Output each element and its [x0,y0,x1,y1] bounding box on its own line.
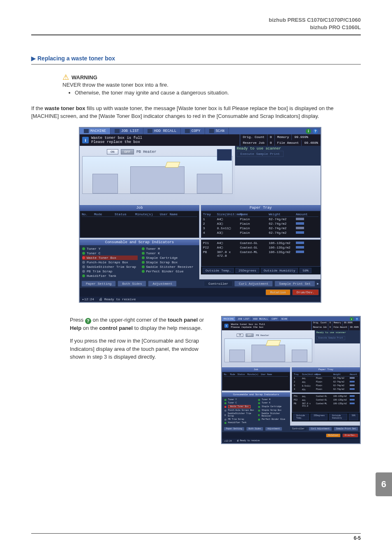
file-value: 99.408% [301,140,321,146]
consumable-indicator-toner-y: Toner Y [224,398,254,401]
warning-bullet-1: Otherwise, the toner may ignite and caus… [75,90,361,96]
thumb-both-sides[interactable]: Both Sides [246,427,263,431]
consumable-indicator-staple-cartridge: Staple Cartridge [258,405,288,409]
thumb-tab-machine[interactable]: MACHINE [222,317,236,321]
machine-icon [84,129,89,133]
consumable-indicator-punch-hole-scraps-box: Punch-Hole Scraps Box [82,260,138,265]
help-icon-inline: ? [85,318,91,324]
consumable-indicator-pb-trim-scrap: PB Trim Scrap [224,418,254,421]
temp-value: 25Degrees [235,268,259,273]
sample-print-set-button[interactable]: Sample Print Set [274,281,315,287]
body-paragraph: If the waste toner box fills up with was… [31,105,361,120]
consumable-indicator-staple-scrap-box: Staple Scrap Box [258,409,288,412]
pi-tray-row[interactable]: PI2A4▢Coated-GL106-135g/m2 [294,398,358,402]
joblist-icon [115,129,120,133]
pi-tray-row[interactable]: PI1A4▢Coated-GL106-135g/m2 [203,241,318,245]
thumb-rotation[interactable]: Rotation [326,433,341,438]
thumb-message-info-icon: i [224,324,228,328]
thumb-drum-dev[interactable]: Drum/Dev. [342,433,358,438]
paper-tray-row[interactable]: 2A3▢Plain62-74g/m2 [294,380,358,384]
next-arrow-icon[interactable]: ▶ [317,282,319,286]
papertray-header: Paper Tray [201,205,321,211]
tab-joblist[interactable]: JOB LIST [111,128,143,134]
paper-setting-button[interactable]: Paper Setting [81,281,116,287]
thumb-tab-joblist[interactable]: JOB LIST [236,317,251,321]
thumb-help-icon[interactable]: ? [355,317,359,321]
paper-tray-row[interactable]: 4A3▢Plain62-74g/m2 [203,230,318,235]
warning-label: WARNING [71,74,97,81]
drum-dev-button[interactable]: Drum/Dev. [292,289,319,295]
chapter-tab: 6 [376,472,392,496]
consumable-indicator-waste-toner-box[interactable]: Waste Toner Box [82,256,138,260]
consumable-indicator-saddle-stitcher-receiver: Saddle Stitcher Receiver [142,265,197,269]
paper-tray-row[interactable]: 38.5x11▢Plain62-74g/m2 [294,384,358,388]
temp-label: Outside Temp. [203,268,234,273]
paper-tray-row[interactable]: 2A3▢Plain62-74g/m2 [203,221,318,226]
pi-tray-row[interactable]: PB307.0 x 472.0Coated-ML106-135g/m2 [294,402,358,408]
consumable-indicator-humidifier-tank: Humidifier Tank [82,274,138,278]
consumable-indicators: Toner YToner MToner CToner KWaste Toner … [80,245,199,279]
memory-label: Memory [274,134,292,140]
paper-tray-row[interactable]: 4A3▢Plain62-74g/m2 [294,388,358,391]
consumable-indicator-toner-c: Toner C [224,401,254,405]
thumb-execute-sample[interactable]: Execute Sample Print [316,336,345,340]
heater-off-button[interactable]: OFF [121,149,134,154]
info-icon[interactable]: i [306,129,311,134]
tab-hddrecall[interactable]: HDD RECALL [143,128,181,134]
paper-tray-row[interactable]: 1A4▢Plain62-74g/m2 [203,217,318,221]
thumb-tab-hddrecall[interactable]: HDD RECALL [251,317,270,321]
rotation-button[interactable]: Rotation [265,289,290,295]
curl-adjustment-button[interactable]: Curl Adjustment [234,281,273,287]
thumb-heater-on[interactable]: ON [237,334,243,337]
section-title: ▶Replacing a waste toner box [31,55,361,64]
thumb-curl-adj[interactable]: Curl Adjustment [309,427,332,431]
paper-tray-row[interactable]: 1A4▢Plain62-74g/m2 [294,377,358,380]
paper-tray-table: TraySize(Unit:mm)NameWeightAmount1A4▢Pla… [201,211,321,238]
thumb-paper-setting[interactable]: Paper Setting [224,427,244,431]
consumable-indicator-staple-scrap-box: Staple Scrap Box [142,260,197,265]
thumb-adjustment[interactable]: Adjustment [265,427,282,431]
tab-copy[interactable]: COPY [181,128,205,134]
help-icon[interactable]: ? [313,129,318,134]
consumable-indicator-punch-hole-scraps-box: Punch-Hole Scraps Box [224,409,254,412]
hdd-icon [148,129,152,133]
finisher-icon [217,149,232,161]
warning-triangle-icon: ⚠ [62,74,69,81]
pi-tray-row[interactable]: PI2A4▢Coated-GL106-135g/m2 [203,245,318,250]
model-line-1: bizhub PRESS C1070/C1070P/C1060 [31,16,361,24]
thumb-printer-illustration [224,339,312,362]
pi-tray-row[interactable]: PI1A4▢Coated-GL106-135g/m2 [294,395,358,398]
heater-on-button[interactable]: ON [107,149,118,154]
reserve-value: 0 [267,140,274,146]
job-header: Job [80,205,199,211]
thumb-job-table: No. Mode Status Minute(s) User Name [222,372,290,391]
heater-label: PB Heater [136,150,157,154]
pi-tray-table: PI1A4▢Coated-GL106-135g/m2PI2A4▢Coated-G… [201,240,321,267]
execute-sample-print-button[interactable]: Execute Sample Print [237,151,284,157]
consumable-indicator-toner-c: Toner C [82,251,138,256]
consumable-indicator-saddlestitcher-trim-scrap: SaddleStitcher Trim Scrap [82,265,138,269]
orig-count-label: Orig. Count [240,134,267,140]
thumb-controller[interactable]: Controller [290,427,307,431]
thumb-tab-copy[interactable]: COPY [270,317,279,321]
controller-button[interactable]: Controller [204,281,233,287]
thumb-sample-print[interactable]: Sample Print Set [334,427,358,431]
thumb-info-icon[interactable]: i [350,317,353,321]
thumb-consumable-indicators: Toner YToner MToner CToner KWaste Toner … [222,397,290,426]
tab-machine[interactable]: MACHINE [80,128,111,134]
consumable-indicator-saddle-stitcher-receiver: Saddle Stitcher Receiver [258,412,288,418]
consumable-indicator-pb-trim-scrap: PB Trim Scrap [82,269,138,274]
thumb-error-message: Waste toner box is full Please replace t… [231,323,265,329]
tab-scan[interactable]: SCAN [205,128,229,134]
paper-tray-row[interactable]: 38.5x11▢Plain62-74g/m2 [203,226,318,230]
machine-screen-screenshot: MACHINE JOB LIST HDD RECALL COPY SCAN i … [79,127,321,303]
pi-tray-row[interactable]: PB307.0 x 472.0Coated-ML106-135g/m2 [203,250,318,258]
consumable-indicator-waste-toner-box[interactable]: Waste Toner Box [224,405,254,409]
thumb-heater-off[interactable]: OFF [246,334,254,337]
both-sides-button[interactable]: Both Sides [118,281,146,287]
consumable-indicator-humidifier-tank: Humidifier Tank [224,421,254,424]
thumb-tab-scan[interactable]: SCAN [279,317,289,321]
consumable-indicator-toner-y: Toner Y [82,246,138,251]
adjustment-button[interactable]: Adjustment [148,281,177,287]
consumable-indicator-perfect-binder-glue: Perfect Binder Glue [258,418,288,421]
